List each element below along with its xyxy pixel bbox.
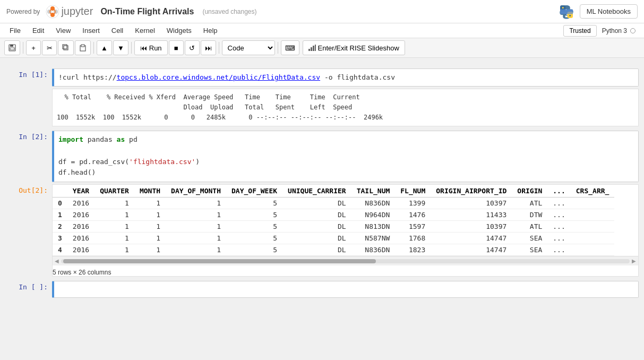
row-3-fl: 1768	[395, 233, 431, 244]
menu-edit[interactable]: Edit	[27, 24, 49, 37]
run-icon: ⏮	[140, 44, 147, 52]
row-2-day-of-month: 1	[166, 221, 226, 233]
row-3-tail: N587NW	[351, 233, 396, 244]
row-0-tail: N836DN	[351, 198, 396, 209]
row-0-origin-id: 10397	[431, 198, 512, 209]
row-0-year: 2016	[67, 198, 95, 209]
row-2-crs	[571, 221, 615, 233]
row-1-idx: 1	[53, 209, 67, 221]
row-4-idx: 4	[53, 244, 67, 256]
row-4-origin-id: 14747	[431, 244, 512, 256]
svg-point-11	[562, 7, 563, 8]
move-cell-down-button[interactable]: ▼	[113, 40, 128, 55]
scroll-right-arrow[interactable]: ▶	[632, 258, 636, 264]
row-0-day-of-month: 1	[166, 198, 226, 209]
cell-type-select[interactable]: Code Markdown Raw NBConvert Heading	[222, 40, 275, 55]
df-col-tail-num: TAIL_NUM	[351, 185, 396, 198]
empty-cell-prompt: In [ ]:	[5, 281, 48, 291]
df-col-year: YEAR	[67, 185, 95, 198]
row-2-idx: 2	[53, 221, 67, 233]
row-1-month: 1	[134, 209, 166, 221]
dataframe-table: YEAR QUARTER MONTH DAY_OF_MONTH DAY_OF_W…	[53, 185, 614, 256]
row-1-carrier: DL	[282, 209, 351, 221]
keyboard-shortcuts-button[interactable]: ⌨	[281, 40, 299, 55]
row-3-origin: SEA	[512, 233, 547, 244]
cell-2-input[interactable]: import pandas as pd df = pd.read_csv('fl…	[52, 131, 639, 182]
row-4-carrier: DL	[282, 244, 351, 256]
row-3-ellipsis: ...	[547, 233, 570, 244]
horizontal-scrollbar[interactable]: ◀ ▶	[53, 256, 638, 265]
scroll-thumb	[63, 259, 376, 263]
paste-icon	[79, 44, 87, 52]
empty-cell-row: In [ ]:	[5, 281, 639, 298]
svg-rect-10	[560, 9, 573, 14]
scroll-left-arrow[interactable]: ◀	[55, 258, 59, 264]
cell-1-row: In [1]: !curl https://topcs.blob.core.wi…	[5, 68, 639, 87]
row-3-month: 1	[134, 233, 166, 244]
table-row: 1 2016 1 1 1 5 DL N964DN 1476 11433 DTW …	[53, 209, 614, 221]
dl-header-1: % Total % Received % Xferd Average Speed…	[57, 92, 634, 102]
cell-1-output-prompt	[5, 89, 48, 91]
run-label: Run	[149, 44, 162, 52]
kernel-name: Python 3	[602, 27, 627, 35]
ml-notebooks-button[interactable]: ML Notebooks	[580, 4, 638, 19]
restart-run-button[interactable]: ⏭	[201, 40, 216, 55]
table-row: 3 2016 1 1 1 5 DL N587NW 1768 14747 SEA …	[53, 233, 614, 244]
menu-file[interactable]: File	[4, 24, 26, 37]
row-4-quarter: 1	[95, 244, 134, 256]
restart-button[interactable]: ↺	[185, 40, 200, 55]
df-col-unique-carrier: UNIQUE_CARRIER	[282, 185, 351, 198]
cell-1-prompt: In [1]:	[5, 68, 48, 79]
row-2-origin: ATL	[512, 221, 547, 233]
row-2-origin-id: 10397	[431, 221, 512, 233]
row-4-fl: 1823	[395, 244, 431, 256]
menu-kernel[interactable]: Kernel	[130, 24, 160, 37]
paste-cell-button[interactable]	[75, 40, 91, 55]
row-2-carrier: DL	[282, 221, 351, 233]
table-row: 4 2016 1 1 1 5 DL N836DN 1823 14747 SEA …	[53, 244, 614, 256]
cell-2-output-row: Out[2]: YEAR QUARTER MONTH DAY_OF_MONTH …	[5, 184, 639, 277]
table-row: 0 2016 1 1 1 5 DL N836DN 1399 10397 ATL …	[53, 198, 614, 209]
row-2-ellipsis: ...	[547, 221, 570, 233]
row-3-year: 2016	[67, 233, 95, 244]
menu-widgets[interactable]: Widgets	[161, 24, 197, 37]
menu-cell[interactable]: Cell	[106, 24, 128, 37]
cell-1-input[interactable]: !curl https://topcs.blob.core.windows.ne…	[52, 68, 639, 87]
row-3-day-of-week: 5	[226, 233, 282, 244]
svg-rect-22	[313, 46, 314, 51]
run-button[interactable]: ⏮ Run	[134, 40, 168, 55]
row-3-idx: 3	[53, 233, 67, 244]
rise-button[interactable]: Enter/Exit RISE Slideshow	[303, 40, 405, 55]
toolbar: + ✂ ▲ ▼ ⏮ Run ■ ↺ ⏭ Code Markdown Raw NB…	[0, 38, 644, 58]
stop-button[interactable]: ■	[169, 40, 184, 55]
save-button[interactable]	[4, 40, 20, 55]
notebook-area: In [1]: !curl https://topcs.blob.core.wi…	[0, 58, 644, 360]
copy-cell-button[interactable]	[58, 40, 74, 55]
scroll-track[interactable]	[61, 259, 630, 263]
row-2-fl: 1597	[395, 221, 431, 233]
svg-rect-19	[81, 45, 84, 47]
trusted-button[interactable]: Trusted	[563, 25, 596, 37]
menu-view[interactable]: View	[50, 24, 76, 37]
row-0-quarter: 1	[95, 198, 134, 209]
dl-row: 100 1552k 100 1552k 0 0 2485k 0 --:--:--…	[57, 113, 634, 123]
app-name: jupyter	[61, 5, 93, 18]
row-1-origin: DTW	[512, 209, 547, 221]
menu-help[interactable]: Help	[198, 24, 223, 37]
menu-insert[interactable]: Insert	[77, 24, 105, 37]
add-cell-button[interactable]: +	[26, 40, 41, 55]
kernel-status-circle	[630, 28, 636, 33]
cell-2-row: In [2]: import pandas as pd df = pd.read…	[5, 131, 639, 182]
row-1-crs	[571, 209, 615, 221]
move-cell-up-button[interactable]: ▲	[97, 40, 112, 55]
empty-cell-input[interactable]	[52, 281, 639, 298]
cut-cell-button[interactable]: ✂	[42, 40, 57, 55]
row-2-tail: N813DN	[351, 221, 396, 233]
svg-rect-21	[311, 47, 312, 51]
row-2-year: 2016	[67, 221, 95, 233]
svg-rect-17	[63, 45, 67, 49]
cell-2: In [2]: import pandas as pd df = pd.read…	[5, 131, 639, 182]
cell-2-output: YEAR QUARTER MONTH DAY_OF_MONTH DAY_OF_W…	[52, 184, 639, 277]
cell-2-output-container: Out[2]: YEAR QUARTER MONTH DAY_OF_MONTH …	[5, 184, 639, 277]
topbar: Powered by jupyter On-Time Flight Arriva…	[0, 0, 644, 23]
